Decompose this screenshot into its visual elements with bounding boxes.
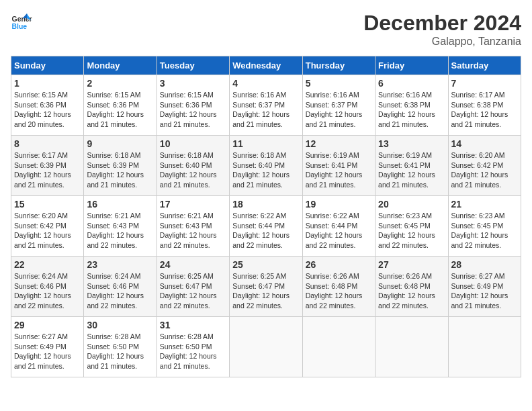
day-info: Sunrise: 6:27 AMSunset: 6:49 PMDaylight:… xyxy=(14,332,81,371)
day-info: Sunrise: 6:20 AMSunset: 6:42 PMDaylight:… xyxy=(14,211,81,250)
col-wednesday: Wednesday xyxy=(230,56,302,75)
day-number: 17 xyxy=(160,199,226,210)
week-row-3: 15 Sunrise: 6:20 AMSunset: 6:42 PMDaylig… xyxy=(11,196,521,257)
day-number: 7 xyxy=(451,78,518,89)
day-info: Sunrise: 6:18 AMSunset: 6:39 PMDaylight:… xyxy=(87,150,153,190)
day-number: 19 xyxy=(306,199,372,210)
day-info: Sunrise: 6:19 AMSunset: 6:41 PMDaylight:… xyxy=(306,150,372,190)
day-info: Sunrise: 6:18 AMSunset: 6:40 PMDaylight:… xyxy=(160,150,226,190)
day-info: Sunrise: 6:21 AMSunset: 6:43 PMDaylight:… xyxy=(160,211,226,250)
day-info: Sunrise: 6:22 AMSunset: 6:44 PMDaylight:… xyxy=(232,211,299,250)
day-cell-2: 2 Sunrise: 6:15 AMSunset: 6:36 PMDayligh… xyxy=(84,75,157,136)
day-number: 15 xyxy=(14,199,81,210)
day-number: 4 xyxy=(232,78,299,89)
day-number: 14 xyxy=(451,138,518,149)
empty-cell xyxy=(375,317,448,377)
col-saturday: Saturday xyxy=(448,56,521,75)
location: Galappo, Tanzania xyxy=(363,36,521,48)
day-info: Sunrise: 6:23 AMSunset: 6:45 PMDaylight:… xyxy=(451,211,518,250)
week-row-5: 29 Sunrise: 6:27 AMSunset: 6:49 PMDaylig… xyxy=(11,317,521,377)
day-cell-30: 30 Sunrise: 6:28 AMSunset: 6:50 PMDaylig… xyxy=(84,317,157,377)
page-header: General Blue December 2024 Galappo, Tanz… xyxy=(11,11,521,48)
day-cell-21: 21 Sunrise: 6:23 AMSunset: 6:45 PMDaylig… xyxy=(448,196,521,257)
day-info: Sunrise: 6:15 AMSunset: 6:36 PMDaylight:… xyxy=(87,90,153,130)
day-cell-19: 19 Sunrise: 6:22 AMSunset: 6:44 PMDaylig… xyxy=(302,196,375,257)
month-title: December 2024 xyxy=(363,11,521,36)
day-info: Sunrise: 6:17 AMSunset: 6:38 PMDaylight:… xyxy=(451,90,518,130)
day-number: 22 xyxy=(14,259,81,270)
day-info: Sunrise: 6:19 AMSunset: 6:41 PMDaylight:… xyxy=(378,150,445,190)
day-number: 30 xyxy=(87,320,153,330)
col-sunday: Sunday xyxy=(11,56,84,75)
header-row: Sunday Monday Tuesday Wednesday Thursday… xyxy=(11,56,521,75)
day-number: 8 xyxy=(14,138,81,149)
day-cell-25: 25 Sunrise: 6:25 AMSunset: 6:47 PMDaylig… xyxy=(230,257,302,317)
col-monday: Monday xyxy=(84,56,157,75)
day-number: 2 xyxy=(87,78,153,89)
day-cell-11: 11 Sunrise: 6:18 AMSunset: 6:40 PMDaylig… xyxy=(230,136,302,196)
col-tuesday: Tuesday xyxy=(157,56,229,75)
day-cell-23: 23 Sunrise: 6:24 AMSunset: 6:46 PMDaylig… xyxy=(84,257,157,317)
day-cell-3: 3 Sunrise: 6:15 AMSunset: 6:36 PMDayligh… xyxy=(157,75,229,136)
day-cell-20: 20 Sunrise: 6:23 AMSunset: 6:45 PMDaylig… xyxy=(375,196,448,257)
day-info: Sunrise: 6:21 AMSunset: 6:43 PMDaylight:… xyxy=(87,211,153,250)
day-cell-10: 10 Sunrise: 6:18 AMSunset: 6:40 PMDaylig… xyxy=(157,136,229,196)
day-info: Sunrise: 6:16 AMSunset: 6:37 PMDaylight:… xyxy=(232,90,299,130)
empty-cell xyxy=(448,317,521,377)
day-number: 31 xyxy=(160,320,226,330)
day-cell-18: 18 Sunrise: 6:22 AMSunset: 6:44 PMDaylig… xyxy=(230,196,302,257)
title-block: December 2024 Galappo, Tanzania xyxy=(363,11,521,48)
week-row-4: 22 Sunrise: 6:24 AMSunset: 6:46 PMDaylig… xyxy=(11,257,521,317)
day-info: Sunrise: 6:16 AMSunset: 6:37 PMDaylight:… xyxy=(306,90,372,130)
day-cell-17: 17 Sunrise: 6:21 AMSunset: 6:43 PMDaylig… xyxy=(157,196,229,257)
day-info: Sunrise: 6:25 AMSunset: 6:47 PMDaylight:… xyxy=(160,271,226,311)
svg-text:Blue: Blue xyxy=(12,23,28,30)
day-number: 28 xyxy=(451,259,518,270)
day-number: 25 xyxy=(232,259,299,270)
day-cell-9: 9 Sunrise: 6:18 AMSunset: 6:39 PMDayligh… xyxy=(84,136,157,196)
day-info: Sunrise: 6:15 AMSunset: 6:36 PMDaylight:… xyxy=(14,90,81,130)
week-row-1: 1 Sunrise: 6:15 AMSunset: 6:36 PMDayligh… xyxy=(11,75,521,136)
day-number: 11 xyxy=(232,138,299,149)
day-info: Sunrise: 6:24 AMSunset: 6:46 PMDaylight:… xyxy=(14,271,81,311)
day-cell-28: 28 Sunrise: 6:27 AMSunset: 6:49 PMDaylig… xyxy=(448,257,521,317)
day-number: 16 xyxy=(87,199,153,210)
day-number: 12 xyxy=(306,138,372,149)
day-cell-4: 4 Sunrise: 6:16 AMSunset: 6:37 PMDayligh… xyxy=(230,75,302,136)
day-cell-24: 24 Sunrise: 6:25 AMSunset: 6:47 PMDaylig… xyxy=(157,257,229,317)
logo: General Blue xyxy=(11,11,35,32)
day-number: 5 xyxy=(306,78,372,89)
day-number: 20 xyxy=(378,199,445,210)
day-number: 23 xyxy=(87,259,153,270)
day-info: Sunrise: 6:28 AMSunset: 6:50 PMDaylight:… xyxy=(87,332,153,371)
col-friday: Friday xyxy=(375,56,448,75)
day-number: 26 xyxy=(306,259,372,270)
day-cell-13: 13 Sunrise: 6:19 AMSunset: 6:41 PMDaylig… xyxy=(375,136,448,196)
day-info: Sunrise: 6:17 AMSunset: 6:39 PMDaylight:… xyxy=(14,150,81,190)
day-number: 13 xyxy=(378,138,445,149)
day-cell-6: 6 Sunrise: 6:16 AMSunset: 6:38 PMDayligh… xyxy=(375,75,448,136)
col-thursday: Thursday xyxy=(302,56,375,75)
calendar-table: Sunday Monday Tuesday Wednesday Thursday… xyxy=(11,56,521,377)
day-info: Sunrise: 6:26 AMSunset: 6:48 PMDaylight:… xyxy=(378,271,445,311)
day-cell-14: 14 Sunrise: 6:20 AMSunset: 6:42 PMDaylig… xyxy=(448,136,521,196)
day-info: Sunrise: 6:18 AMSunset: 6:40 PMDaylight:… xyxy=(232,150,299,190)
day-info: Sunrise: 6:28 AMSunset: 6:50 PMDaylight:… xyxy=(160,332,226,371)
day-cell-29: 29 Sunrise: 6:27 AMSunset: 6:49 PMDaylig… xyxy=(11,317,84,377)
day-cell-5: 5 Sunrise: 6:16 AMSunset: 6:37 PMDayligh… xyxy=(302,75,375,136)
day-number: 29 xyxy=(14,320,81,330)
day-cell-22: 22 Sunrise: 6:24 AMSunset: 6:46 PMDaylig… xyxy=(11,257,84,317)
day-cell-8: 8 Sunrise: 6:17 AMSunset: 6:39 PMDayligh… xyxy=(11,136,84,196)
day-info: Sunrise: 6:20 AMSunset: 6:42 PMDaylight:… xyxy=(451,150,518,190)
day-number: 3 xyxy=(160,78,226,89)
day-number: 27 xyxy=(378,259,445,270)
day-cell-16: 16 Sunrise: 6:21 AMSunset: 6:43 PMDaylig… xyxy=(84,196,157,257)
day-cell-7: 7 Sunrise: 6:17 AMSunset: 6:38 PMDayligh… xyxy=(448,75,521,136)
empty-cell xyxy=(302,317,375,377)
day-number: 1 xyxy=(14,78,81,89)
day-info: Sunrise: 6:24 AMSunset: 6:46 PMDaylight:… xyxy=(87,271,153,311)
logo-icon: General Blue xyxy=(11,11,32,32)
day-cell-31: 31 Sunrise: 6:28 AMSunset: 6:50 PMDaylig… xyxy=(157,317,229,377)
day-cell-27: 27 Sunrise: 6:26 AMSunset: 6:48 PMDaylig… xyxy=(375,257,448,317)
empty-cell xyxy=(230,317,302,377)
